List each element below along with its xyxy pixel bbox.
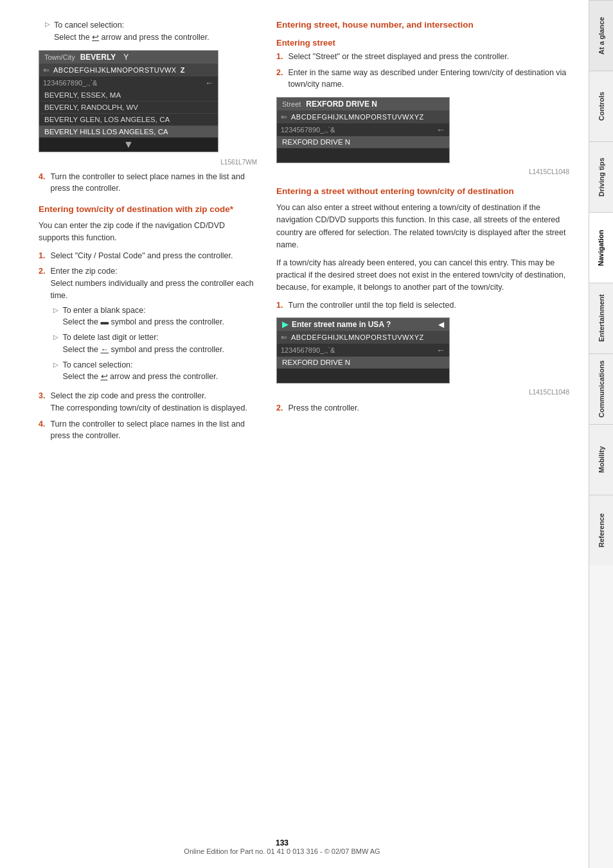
main-heading: Entering street, house number, and inter… [276, 19, 569, 31]
sidebar-tab-at-a-glance[interactable]: At a glance [589, 0, 613, 71]
sidebar-tab-entertainment[interactable]: Entertainment [589, 283, 613, 353]
bullet-triangle: ▷ [45, 21, 50, 28]
step2-list: 2. Press the controller. [276, 402, 569, 414]
zip-step2-content: Enter the zip code: Select numbers indiv… [50, 265, 257, 386]
sidebar-tab-communications[interactable]: Communications [589, 353, 613, 424]
street2-keyboard-icon: ⇐ [281, 333, 287, 342]
sub-bullet-blank: ▷ To enter a blank space:Select the ▬ sy… [53, 305, 257, 329]
street2-header-value: Enter street name in USA ? [292, 320, 391, 329]
sub-bullet-cancel-text: To cancel selection:Select the ↩ arrow a… [62, 359, 218, 384]
street2-list: REXFORD DRIVE N [277, 357, 449, 383]
sidebar-tab-driving-tips[interactable]: Driving tips [589, 141, 613, 212]
page-footer: 133 Online Edition for Part no. 01 41 0 … [0, 838, 564, 855]
street2-digits-text: 1234567890_.,`& [281, 346, 335, 354]
street-device-ui: Street REXFORD DRIVE N ⇐ ABCDEFGHIJKLMNO… [276, 97, 450, 163]
sidebar-tab-controls[interactable]: Controls [589, 71, 613, 141]
street-keyboard: ⇐ ABCDEFGHIJKLMNOPORSTUVWXYZ [277, 111, 449, 123]
without-step1-text: Turn the controller until the top field … [288, 299, 569, 312]
sidebar-tab-reference[interactable]: Reference [589, 495, 613, 565]
street-keyboard-icon: ⇐ [281, 112, 287, 121]
street2-keyboard: ⇐ ABCDEFGHIJKLMNOPORSTUVWXYZ [277, 331, 449, 344]
zip-step2-detail: Select numbers individually and press th… [50, 279, 253, 300]
keyboard-z: Z [181, 66, 185, 74]
image-caption-2: L1415CL1048 [276, 168, 569, 175]
zip-step3-detail: The corresponding town/city of destinati… [50, 403, 247, 412]
step4-list: 4. Turn the controller to select place n… [39, 171, 257, 195]
zip-step4-text: Turn the controller to select place name… [50, 418, 257, 443]
without-step2-num: 2. [276, 402, 283, 414]
without-step2: 2. Press the controller. [276, 402, 569, 414]
street2-digits: 1234567890_.,`& ← [277, 344, 449, 357]
step4-text: Turn the controller to select place name… [50, 171, 257, 195]
sub-bullet-blank-text: To enter a blank space:Select the ▬ symb… [62, 305, 224, 329]
street-digits-text: 1234567890_.,`& [281, 126, 335, 134]
zip-heading: Entering town/city of destination with z… [39, 204, 257, 216]
zip-step1-text: Select "City / Postal Code" and press th… [50, 250, 257, 262]
cancel-intro: To cancel selection: [54, 21, 124, 30]
town-city-device-ui: Town/City BEVERLY Y ⇐ ABCDEFGHIJKLMNOPOR… [39, 50, 218, 152]
entering-without-para1: You can also enter a street without ente… [276, 202, 569, 252]
zip-step2-text: Enter the zip code: [50, 267, 117, 276]
street2-header-left: ▶ Enter street name in USA ? [282, 320, 391, 329]
entering-without-para2: If a town/city has already been entered,… [276, 257, 569, 294]
list-item: BEVERLY, RANDOLPH, WV [39, 102, 218, 114]
street-list: REXFORD DRIVE N [277, 136, 449, 163]
street-digits: 1234567890_.,`& ← [277, 123, 449, 136]
zip-steps-list: 1. Select "City / Postal Code" and press… [39, 250, 257, 443]
street-header-label: Street [282, 100, 301, 108]
entering-without-section: Entering a street without entering town/… [276, 186, 569, 414]
header-label: Town/City [44, 53, 75, 61]
street-device-ui-2: ▶ Enter street name in USA ? ◀ ⇐ ABCDEFG… [276, 317, 450, 384]
sub-bullet-cancel: ▷ To cancel selection:Select the ↩ arrow… [53, 359, 257, 384]
keyboard-letters: ABCDEFGHIJKLMNOPORSTUVWX [53, 66, 177, 74]
device-digits: 1234567890_.,`& ← [39, 76, 218, 89]
zip-step2-num: 2. [39, 265, 45, 278]
zip-step3: 3. Select the zip code and press the con… [39, 390, 257, 414]
street-back-arrow: ← [436, 125, 445, 135]
digits-text: 1234567890_.,`& [43, 79, 97, 87]
street-step2: 2. Enter in the same way as described un… [276, 67, 569, 91]
header-y-symbol: Y [123, 53, 129, 62]
sub-bullet-delete: ▷ To delete last digit or letter:Select … [53, 332, 257, 356]
list-item-highlighted: BEVERLY HILLS LOS ANGELES, CA [39, 126, 218, 137]
zip-step3-text: Select the zip code and press the contro… [50, 391, 206, 400]
sub-bullet-delete-text: To delete last digit or letter:Select th… [62, 332, 224, 356]
back-arrow: ← [205, 78, 214, 88]
device-scroll-arrow: ▼ [39, 137, 218, 152]
list-item: BEVERLY GLEN, LOS ANGELES, CA [39, 114, 218, 126]
right-column: Entering street, house number, and inter… [276, 19, 569, 448]
without-step2-text: Press the controller. [288, 402, 569, 414]
street-device-header: Street REXFORD DRIVE N [277, 98, 449, 111]
street2-list-item: REXFORD DRIVE N [277, 357, 449, 369]
zip-intro: You can enter the zip code if the naviga… [39, 220, 257, 245]
street-header-value: REXFORD DRIVE N [306, 100, 377, 109]
street-step2-text: Enter in the same way as described under… [288, 67, 569, 91]
main-content: ▷ To cancel selection: Select the ↩ arro… [0, 0, 589, 868]
zip-step3-content: Select the zip code and press the contro… [50, 390, 257, 414]
header-value: BEVERLY [80, 53, 116, 62]
cancel-selection-text: To cancel selection: Select the ↩ arrow … [54, 19, 209, 44]
sidebar: At a glance Controls Driving tips Naviga… [589, 0, 613, 868]
zip-section: Entering town/city of destination with z… [39, 204, 257, 442]
street2-list-empty [277, 369, 449, 383]
device-keyboard: ⇐ ABCDEFGHIJKLMNOPORSTUVWX Z [39, 64, 218, 76]
sidebar-tab-navigation[interactable]: Navigation [589, 212, 613, 283]
street-step1-text: Select "Street" or the street displayed … [288, 51, 569, 63]
without-step1: 1. Turn the controller until the top fie… [276, 299, 569, 312]
image-caption-3: L1415CL1048 [276, 389, 569, 396]
street-list-item: REXFORD DRIVE N [277, 136, 449, 148]
step4-num: 4. [39, 171, 45, 183]
page-number: 133 [0, 838, 564, 847]
street-step1-num: 1. [276, 51, 283, 63]
device-list: BEVERLY, ESSEX, MA BEVERLY, RANDOLPH, WV… [39, 89, 218, 137]
two-column-layout: ▷ To cancel selection: Select the ↩ arro… [39, 19, 569, 448]
street-list-empty [277, 148, 449, 163]
street2-keyboard-letters: ABCDEFGHIJKLMNOPORSTUVWXYZ [291, 333, 424, 341]
list-item: BEVERLY, ESSEX, MA [39, 89, 218, 102]
street2-header-arrow-left: ◀ [438, 320, 444, 329]
entering-without-steps: 1. Turn the controller until the top fie… [276, 299, 569, 312]
step4-item: 4. Turn the controller to select place n… [39, 171, 257, 195]
sidebar-tab-mobility[interactable]: Mobility [589, 424, 613, 495]
sub-triangle: ▷ [53, 332, 58, 342]
zip-sub-bullets: ▷ To enter a blank space:Select the ▬ sy… [53, 305, 257, 384]
